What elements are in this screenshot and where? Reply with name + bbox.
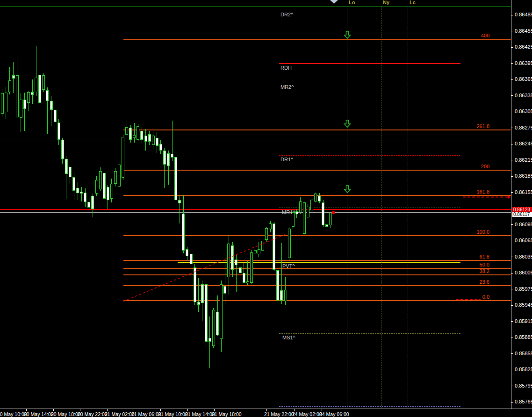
pivot-label-PVT: PVT^ [282, 264, 295, 269]
pivot-label-DR2: DR2^ [280, 12, 293, 17]
candle-body [84, 193, 86, 202]
pivot-label-MS1: MS1^ [282, 335, 295, 340]
fib-label-100.0: 100.0 [476, 230, 489, 235]
price-axis-label: 0.86275 [515, 125, 532, 130]
candle-body [284, 290, 287, 301]
price-axis-label: 0.86215 [515, 158, 532, 163]
candle-body [201, 284, 204, 303]
chart-plot-area[interactable]: 400261.8200161.8100.061.850.038.223.60.0… [0, 0, 511, 409]
candle-wick [32, 79, 33, 104]
candle-body [292, 212, 295, 227]
candle-body [1, 93, 4, 114]
fib-label-200: 200 [481, 164, 489, 169]
candle-body [227, 244, 230, 277]
candle-body [318, 196, 321, 201]
price-axis-label: 0.85795 [515, 383, 532, 388]
price-axis-label: 0.86185 [515, 173, 532, 179]
price-axis[interactable]: 0.864850.864550.864250.863950.863650.863… [511, 0, 532, 409]
candle-body [223, 286, 226, 294]
candle-body [20, 100, 22, 118]
candle-body [325, 224, 328, 227]
candle-body [288, 229, 291, 258]
price-axis-label: 0.85825 [515, 367, 532, 372]
fib-label-261.8: 261.8 [476, 124, 489, 129]
candle-body [205, 284, 208, 342]
session-label-Ny: Ny [383, 0, 389, 5]
candle-wick [180, 195, 180, 223]
fib-line-50.0 [123, 268, 511, 269]
candle-body [129, 128, 132, 140]
fib-label-161.8: 161.8 [476, 189, 489, 194]
time-axis-tick [214, 409, 215, 411]
candle-body [46, 90, 49, 101]
pvt-line [178, 262, 460, 263]
candle-body [61, 140, 64, 158]
candle-body [299, 201, 302, 212]
price-axis-tick [511, 338, 513, 338]
candle-body [190, 254, 193, 264]
time-axis-tick [80, 409, 80, 411]
candle-body [314, 194, 317, 201]
time-axis-label: 20 May 10:00 [0, 411, 27, 417]
fib-label-400: 400 [481, 33, 489, 38]
fib-label-61.8: 61.8 [480, 254, 489, 259]
candle-body [186, 249, 188, 256]
candle-body [194, 267, 196, 302]
time-axis-tick [26, 409, 27, 411]
candle-body [329, 213, 332, 226]
candle-wick [81, 187, 82, 201]
session-label-Lo: Lo [349, 0, 355, 5]
candle-body [174, 157, 177, 200]
time-axis-tick [266, 409, 267, 411]
candle-body [231, 245, 234, 270]
price-axis-tick [511, 192, 513, 193]
candle-body [307, 207, 309, 217]
price-axis-tick [511, 289, 513, 289]
candle-body [91, 196, 94, 209]
time-axis[interactable]: 20 May 10:0020 May 14:0020 May 18:0020 M… [0, 409, 532, 417]
price-axis-label: 0.86485 [515, 12, 532, 17]
candle-body [159, 144, 162, 151]
fib-label-38.2: 38.2 [480, 269, 489, 274]
price-axis-tick [511, 386, 513, 386]
price-axis-label: 0.86455 [515, 29, 532, 34]
candle-body [171, 154, 173, 158]
candle-body [140, 131, 143, 140]
candle-body [87, 202, 90, 208]
time-axis-label: 21 May 02:00 [105, 411, 135, 417]
time-axis-label: 21 May 10:00 [158, 411, 188, 417]
fib-line-261.8 [123, 129, 511, 130]
time-axis-tick [134, 409, 134, 411]
current-price-box: 0.86117 [512, 212, 532, 217]
candle-wick [225, 258, 225, 304]
fib-line-23.6 [123, 285, 511, 286]
candle-body [303, 202, 306, 234]
fib-label-50.0: 50.0 [480, 262, 489, 267]
olive-grid-line [0, 141, 511, 141]
candle-body [144, 136, 147, 142]
candle-body [163, 151, 166, 165]
price-axis-label: 0.86005 [515, 270, 532, 275]
candle-body [118, 165, 121, 187]
price-axis-tick [511, 321, 513, 322]
candle-body [148, 134, 151, 142]
price-axis-label: 0.86095 [515, 222, 532, 227]
candle-body [182, 214, 185, 251]
pivot-label-MR2: MR2^ [280, 85, 294, 90]
price-axis-tick [511, 112, 513, 112]
price-axis-label: 0.85855 [515, 351, 532, 356]
session-label-Lc: Lc [410, 0, 416, 5]
pivot-label-RDH: RDH [280, 65, 292, 71]
candle-body [5, 93, 7, 112]
time-axis-label: 21 May 18:00 [212, 411, 242, 417]
candle-body [276, 270, 279, 301]
candle-body [178, 200, 181, 203]
time-axis-label: 20 May 18:00 [51, 411, 81, 417]
candle-wick [134, 123, 135, 143]
price-axis-tick [511, 47, 513, 48]
price-axis-label: 0.86335 [515, 93, 532, 98]
price-axis-tick [511, 79, 513, 80]
candle-body [239, 267, 242, 273]
candle-body [261, 241, 264, 251]
time-axis-tick [295, 409, 295, 411]
